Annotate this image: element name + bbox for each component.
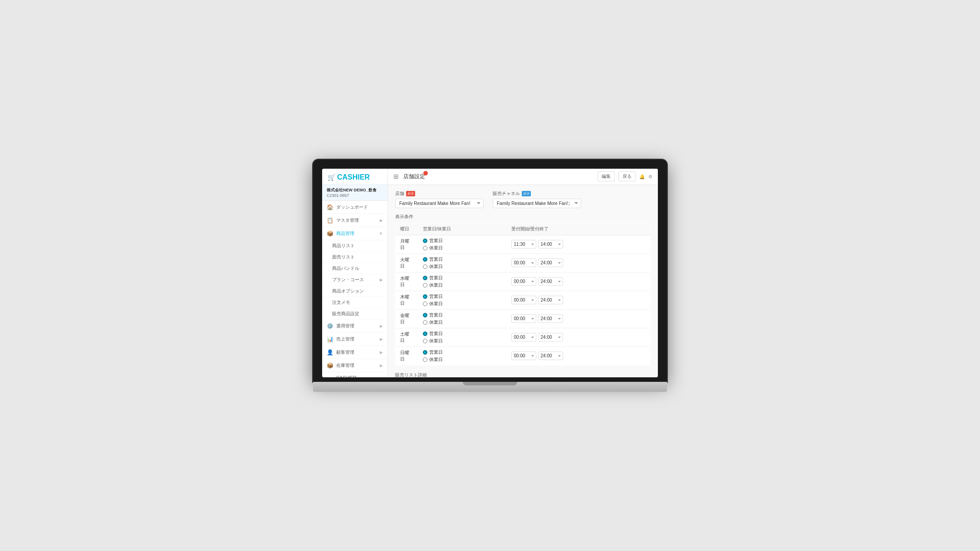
channel-filter-group: 販売チャネル 必須 Family Restaurant Make More Fa… (493, 190, 581, 208)
sidebar-sub-item-display-list[interactable]: 面売リスト (322, 252, 387, 263)
company-id: C2301-0857 (327, 193, 383, 198)
grid-icon: ⊞ (393, 173, 399, 180)
time-cell: 00:0001:0002:0003:0004:0005:0006:0007:00… (507, 291, 651, 309)
sidebar-item-master[interactable]: 📋 マスタ管理 ▶ (322, 214, 387, 227)
channel-label: 販売チャネル 必須 (493, 190, 581, 197)
open-radio[interactable] (423, 294, 427, 299)
cart-icon: 🛒 (328, 174, 335, 181)
sidebar-item-label: CASHIER PAYMENT (336, 375, 377, 377)
details-section: 販売リスト詳細 (395, 372, 651, 377)
end-time-select[interactable]: 00:0001:0002:0003:0004:0005:0006:0007:00… (538, 258, 563, 267)
inventory-icon: 📦 (327, 362, 333, 369)
open-radio-label[interactable]: 営業日 (423, 293, 502, 300)
logo: 🛒 CASHIER (328, 173, 382, 181)
end-time-select[interactable]: 00:0001:0002:0003:0004:0005:0006:0007:00… (538, 296, 563, 304)
open-radio-label[interactable]: 営業日 (423, 331, 502, 337)
sidebar-item-label: 売上管理 (336, 336, 354, 342)
day-cell: 月曜日 (396, 235, 418, 254)
sidebar-item-customer[interactable]: 👤 顧客管理 ▶ (322, 346, 387, 359)
col-header-time: 受付開始/受付終了 (507, 223, 651, 235)
edit-button[interactable]: 編集 (598, 171, 615, 181)
channel-select[interactable]: Family Restaurant Make More Fan!スマホオー ↓ (493, 199, 581, 208)
close-radio[interactable] (423, 302, 427, 306)
screen-inner: 🛒 CASHIER 株式会社NEW DEMO_飲食 C2301-0857 🏠 ダ… (322, 169, 658, 377)
store-filter-group: 店舗 必須 Family Restaurant Make More Fan! (395, 190, 484, 208)
close-radio[interactable] (423, 246, 427, 250)
sidebar-sub-item-product-list[interactable]: 商品リスト (322, 240, 387, 252)
close-radio-label[interactable]: 休業日 (423, 263, 502, 270)
close-radio-label[interactable]: 休業日 (423, 245, 502, 251)
sidebar-sub-item-plan[interactable]: プラン・コース ▶ (322, 274, 387, 286)
sub-item-label: 商品オプション (332, 288, 364, 294)
topbar: ⊞ 店舗設定 編集 戻る 🔔 ⚙ (388, 169, 658, 185)
open-radio[interactable] (423, 332, 427, 336)
end-time-select[interactable]: 00:0001:0002:0003:0004:0005:0006:0007:00… (538, 333, 563, 341)
sidebar-sub-item-bundle[interactable]: 商品バンドル (322, 263, 387, 274)
end-time-select[interactable]: 00:0001:0002:0003:0004:0005:0006:0007:00… (538, 351, 563, 360)
sidebar-item-dashboard[interactable]: 🏠 ダッシュボード (322, 201, 387, 214)
notification-icon[interactable]: 🔔 (639, 174, 645, 179)
main-content: ⊞ 店舗設定 編集 戻る 🔔 ⚙ (388, 169, 658, 377)
close-radio[interactable] (423, 264, 427, 269)
close-radio[interactable] (423, 283, 427, 288)
close-radio-label[interactable]: 休業日 (423, 338, 502, 344)
sidebar-sub-item-option[interactable]: 商品オプション (322, 286, 387, 297)
notification-badge (423, 171, 428, 176)
laptop-base (313, 382, 667, 392)
close-radio[interactable] (423, 339, 427, 343)
start-time-select[interactable]: 00:0001:0002:0003:0004:0005:0006:0007:00… (511, 277, 536, 286)
close-radio-label[interactable]: 休業日 (423, 356, 502, 363)
open-radio-label[interactable]: 営業日 (423, 349, 502, 356)
open-radio-label[interactable]: 営業日 (423, 275, 502, 281)
open-radio[interactable] (423, 313, 427, 317)
col-header-business: 営業日/休業日 (418, 223, 507, 235)
start-time-select[interactable]: 00:0001:0002:0003:0004:0005:0006:0007:00… (511, 333, 536, 341)
chevron-right-icon: ▶ (380, 218, 383, 223)
sidebar-item-sales[interactable]: 📊 売上管理 ▶ (322, 333, 387, 346)
open-radio[interactable] (423, 276, 427, 280)
store-select[interactable]: Family Restaurant Make More Fan! (395, 199, 484, 208)
sub-item-label: 注文メモ (332, 299, 350, 306)
settings-icon[interactable]: ⚙ (648, 174, 652, 179)
sidebar-sub-item-order-memo[interactable]: 注文メモ (322, 297, 387, 308)
start-time-select[interactable]: 00:0001:0002:0003:0004:0005:0006:0007:00… (511, 351, 536, 360)
close-radio-label[interactable]: 休業日 (423, 282, 502, 288)
chart-icon: 📊 (327, 336, 333, 342)
close-radio[interactable] (423, 320, 427, 325)
end-time-select[interactable]: 00:0001:0002:0003:0004:0005:0006:0007:00… (538, 277, 563, 286)
start-time-select[interactable]: 00:0001:0002:0003:0004:0005:0006:0007:00… (511, 314, 536, 323)
start-time-select[interactable]: 00:0001:0002:0003:0004:0005:0006:0007:00… (511, 258, 536, 267)
sidebar-sub-item-specified[interactable]: 販売商品設定 (322, 308, 387, 320)
open-radio-label[interactable]: 営業日 (423, 238, 502, 244)
day-cell: 土曜日 (396, 328, 418, 346)
sidebar-item-product[interactable]: 📦 商品管理 ▼ (322, 227, 387, 240)
sidebar-item-inventory[interactable]: 📦 在庫管理 ▶ (322, 359, 387, 372)
start-time-select[interactable]: 00:0001:0002:0003:0004:0005:0006:0007:00… (511, 240, 536, 249)
table-row: 火曜日営業日休業日00:0001:0002:0003:0004:0005:000… (396, 254, 651, 272)
close-radio[interactable] (423, 357, 427, 362)
open-radio[interactable] (423, 257, 427, 262)
start-time-select[interactable]: 00:0001:0002:0003:0004:0005:0006:0007:00… (511, 296, 536, 304)
required-badge-blue: 必須 (522, 191, 531, 196)
topbar-actions: 編集 戻る 🔔 ⚙ (598, 171, 652, 181)
open-radio-label[interactable]: 営業日 (423, 312, 502, 318)
sidebar-item-cashier-payment[interactable]: 💳 CASHIER PAYMENT ▶ (322, 372, 387, 377)
time-cell: 00:0001:0002:0003:0004:0005:0006:0007:00… (507, 272, 651, 291)
sidebar-item-operation[interactable]: ⚙️ 運用管理 ▶ (322, 320, 387, 333)
open-radio[interactable] (423, 350, 427, 355)
sidebar-logo: 🛒 CASHIER (322, 169, 387, 185)
sub-item-label: プラン・コース (332, 277, 364, 283)
close-radio-label[interactable]: 休業日 (423, 319, 502, 326)
details-label: 販売リスト詳細 (395, 372, 651, 377)
open-radio-label[interactable]: 営業日 (423, 256, 502, 263)
end-time-select[interactable]: 00:0001:0002:0003:0004:0005:0006:0007:00… (538, 314, 563, 323)
day-cell: 火曜日 (396, 254, 418, 272)
time-cell: 00:0001:0002:0003:0004:0005:0006:0007:00… (507, 346, 651, 365)
close-radio-label[interactable]: 休業日 (423, 301, 502, 307)
sidebar-item-label: ダッシュボード (336, 204, 368, 210)
end-time-select[interactable]: 00:0001:0002:0003:0004:0005:0006:0007:00… (538, 240, 563, 249)
laptop-wrapper: 🛒 CASHIER 株式会社NEW DEMO_飲食 C2301-0857 🏠 ダ… (313, 160, 667, 392)
back-button[interactable]: 戻る (618, 171, 636, 181)
open-radio[interactable] (423, 239, 427, 243)
sidebar: 🛒 CASHIER 株式会社NEW DEMO_飲食 C2301-0857 🏠 ダ… (322, 169, 388, 377)
